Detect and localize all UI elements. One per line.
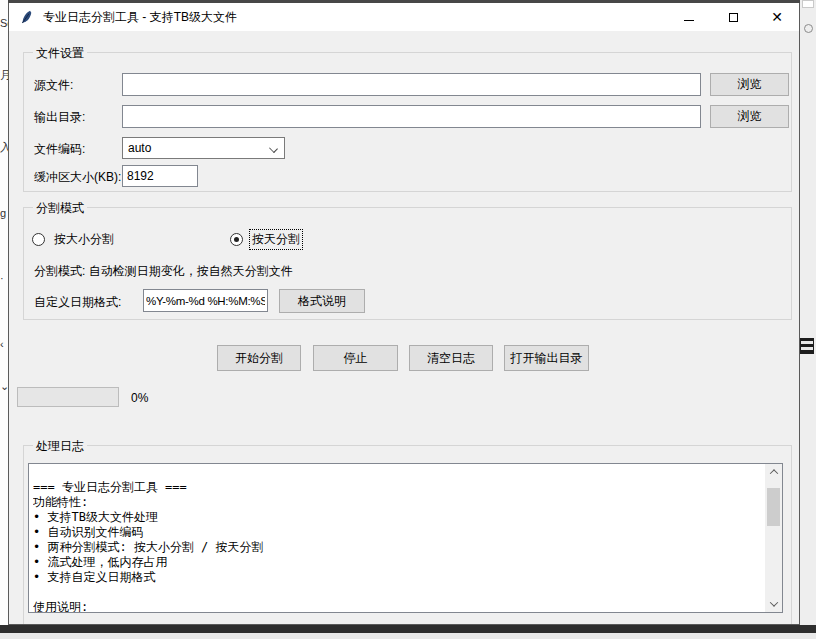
background-text-fragment: 入	[0, 140, 8, 155]
output-dir-input[interactable]	[122, 105, 701, 128]
background-window-corner	[802, 0, 814, 8]
background-dark-icon-fragment	[800, 338, 814, 354]
close-button[interactable]: ✕	[755, 3, 799, 31]
source-file-label: 源文件:	[34, 77, 73, 94]
file-settings-group: 文件设置 源文件: 浏览 输出目录: 浏览 文件编码: auto 缓冲区大小(K…	[23, 52, 792, 192]
log-textarea[interactable]: === 专业日志分割工具 === 功能特性: • 支持TB级大文件处理 • 自动…	[28, 463, 783, 613]
log-group-label: 处理日志	[33, 438, 87, 455]
title-bar: 专业日志分割工具 - 支持TB级大文件 ✕	[9, 3, 799, 31]
split-mode-group: 分割模式 按大小分割 按天分割 分割模式: 自动检测日期变化，按自然天分割文件 …	[23, 207, 792, 320]
file-settings-group-label: 文件设置	[33, 45, 87, 62]
progress-percent-label: 0%	[131, 391, 148, 405]
background-window-right-sliver	[800, 0, 816, 625]
scrollbar-thumb[interactable]	[767, 488, 780, 526]
encoding-combobox[interactable]: auto	[122, 137, 285, 159]
minimize-button[interactable]	[667, 3, 711, 31]
tk-feather-icon	[19, 9, 34, 25]
background-text-fragment: g	[0, 207, 6, 219]
combobox-dropdown-arrow-icon[interactable]	[269, 144, 278, 153]
log-group: 处理日志 === 专业日志分割工具 === 功能特性: • 支持TB级大文件处理…	[23, 445, 792, 625]
clear-log-button[interactable]: 清空日志	[409, 345, 493, 371]
start-split-button[interactable]: 开始分割	[217, 345, 301, 371]
date-format-input[interactable]	[143, 289, 268, 312]
output-browse-button[interactable]: 浏览	[710, 105, 789, 128]
scrollbar-up-arrow-icon[interactable]	[765, 464, 782, 480]
encoding-label: 文件编码:	[34, 141, 85, 158]
format-help-button[interactable]: 格式说明	[279, 289, 365, 313]
buffer-size-input[interactable]	[122, 165, 198, 187]
open-output-dir-button[interactable]: 打开输出目录	[504, 345, 589, 371]
log-scrollbar[interactable]	[765, 464, 782, 612]
progress-bar	[17, 387, 119, 407]
date-format-label: 自定义日期格式:	[34, 294, 121, 311]
split-mode-description: 分割模式: 自动检测日期变化，按自然天分割文件	[34, 263, 293, 280]
encoding-selected-value: auto	[128, 141, 151, 155]
stop-button[interactable]: 停止	[313, 345, 398, 371]
radio-split-by-day[interactable]: 按天分割	[230, 230, 302, 249]
background-circle-icon	[804, 24, 813, 33]
radio-circle-icon[interactable]	[32, 233, 45, 246]
window-title: 专业日志分割工具 - 支持TB级大文件	[43, 9, 237, 26]
background-bottom-strip	[0, 633, 816, 639]
radio-split-by-day-label: 按天分割	[250, 230, 302, 249]
background-text-fragment: 月	[0, 68, 8, 83]
radio-circle-icon-selected[interactable]	[230, 233, 243, 246]
app-window: 专业日志分割工具 - 支持TB级大文件 ✕ 文件设置 源文件: 浏览 输出目录:…	[8, 3, 800, 625]
radio-split-by-size-label: 按大小分割	[52, 230, 116, 249]
output-dir-label: 输出目录:	[34, 109, 85, 126]
background-text-fragment: ·	[0, 272, 4, 284]
background-text-fragment: Se	[0, 17, 8, 29]
log-content: === 专业日志分割工具 === 功能特性: • 支持TB级大文件处理 • 自动…	[33, 465, 762, 612]
radio-split-by-size[interactable]: 按大小分割	[32, 230, 116, 249]
buffer-size-label: 缓冲区大小(KB):	[34, 169, 121, 186]
source-browse-button[interactable]: 浏览	[710, 73, 789, 96]
background-bottom-dark-band	[0, 625, 816, 633]
maximize-button[interactable]	[711, 3, 755, 31]
split-mode-group-label: 分割模式	[33, 200, 87, 217]
scrollbar-down-arrow-icon[interactable]	[765, 596, 782, 612]
background-window-left-sliver: Se 月 入 g · ‹ ⌄	[0, 0, 8, 625]
source-file-input[interactable]	[122, 73, 701, 96]
chevron-down-icon: ⌄	[0, 380, 8, 393]
split-mode-radio-row: 按大小分割 按天分割	[32, 230, 302, 249]
chevron-left-icon: ‹	[0, 338, 4, 350]
